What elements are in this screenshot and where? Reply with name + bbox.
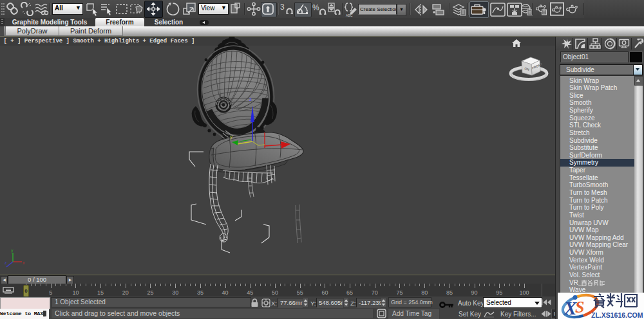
svg-text:z: z (5, 260, 7, 265)
svg-text:S: S (575, 298, 584, 316)
svg-text:%: % (312, 3, 319, 12)
svg-text:x: x (23, 260, 25, 265)
svg-text:3: 3 (280, 3, 285, 12)
svg-text:y: y (230, 134, 232, 140)
svg-text:ZL.XS1616.COM: ZL.XS1616.COM (591, 311, 643, 319)
svg-text:z: z (249, 96, 252, 102)
svg-text:ABC: ABC (346, 14, 353, 17)
svg-text:y: y (11, 248, 14, 253)
